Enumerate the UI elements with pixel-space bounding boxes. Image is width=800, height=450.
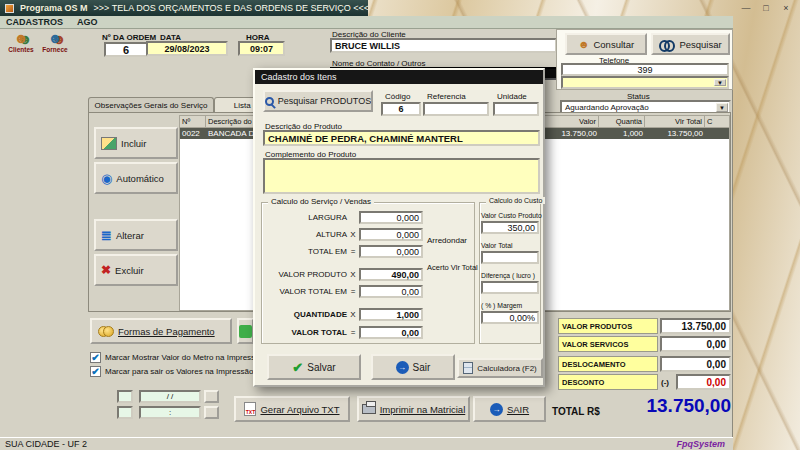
col-c[interactable]: C	[705, 116, 729, 128]
quantidade-field[interactable]: 1,000	[359, 308, 423, 321]
time-field[interactable]: :	[139, 406, 201, 419]
calculadora-button[interactable]: Calculadora (F2)	[457, 358, 543, 378]
time-flag-box[interactable]	[117, 406, 133, 419]
partial-hidden-button[interactable]	[237, 318, 254, 344]
clientes-icon: ☻	[14, 31, 29, 46]
col-quantia[interactable]: Quantia	[599, 116, 645, 128]
acerto-vlr-label[interactable]: Acerto Vlr Total	[427, 263, 478, 272]
telefone-field[interactable]: 399	[561, 63, 729, 76]
deslocamento-value: 0,00	[660, 356, 731, 372]
excluir-icon: ✖	[101, 264, 111, 276]
hora-field[interactable]: 09:07	[238, 41, 285, 56]
data-field[interactable]: 29/08/2023	[146, 41, 228, 56]
margem-label: ( % ) Margem	[481, 302, 522, 309]
time-picker-button[interactable]	[204, 406, 219, 419]
cliente-field[interactable]: BRUCE WILLIS	[330, 38, 557, 53]
unidade-label: Unidade	[497, 92, 527, 101]
fornecedores-icon: ☻	[48, 31, 63, 46]
pesquisar-produtos-button[interactable]: Pesquisar PRODUTOS	[263, 90, 373, 112]
automatico-icon: ◉	[101, 172, 112, 185]
menu-cadastros[interactable]: CADASTROS	[6, 17, 63, 27]
exit-arrow-icon	[490, 403, 503, 416]
salvar-button[interactable]: ✔ Salvar	[267, 354, 361, 380]
descricao-produto-field[interactable]: CHAMINÉ DE PEDRA, CHAMINÉ MANTERL	[263, 130, 540, 146]
status-bar: SUA CIDADE - UF 2 FpqSystem	[0, 437, 733, 450]
minimize-button[interactable]: —	[738, 2, 754, 14]
check-sair-valores[interactable]: Marcar para sair os Valores na Impressão	[90, 366, 253, 377]
imprimir-matricial-button[interactable]: Imprimir na Matricial	[357, 396, 470, 422]
incluir-icon	[101, 137, 117, 150]
total-em-field[interactable]: 0,000	[359, 245, 423, 258]
gerar-txt-button[interactable]: TXT Gerar Arquivo TXT	[234, 396, 350, 422]
calculo-servico-title: Calculo do Serviço / Vendas	[268, 197, 374, 206]
excluir-button[interactable]: ✖ Excluir	[94, 254, 178, 286]
exit-arrow-icon	[396, 361, 409, 374]
codigo-field[interactable]: 6	[381, 102, 421, 116]
window-titlebar: Programa OS M >>> TELA DOS ORÇAMENTOS E …	[0, 0, 800, 16]
contact-combo[interactable]: ▼	[561, 76, 729, 89]
formas-pagamento-button[interactable]: Formas de Pagamento	[90, 318, 232, 344]
valor-custo-produto-label: Valor Custo Produto	[481, 212, 542, 219]
calculo-custo-title: Calculo do Custo	[486, 197, 545, 204]
custo-valor-total-label: Valor Total	[481, 242, 513, 249]
consultar-icon: ☻	[578, 39, 590, 49]
modal-sair-button[interactable]: Sair	[371, 354, 455, 380]
margem-field[interactable]: 0,00%	[481, 311, 539, 324]
arredondar-label[interactable]: Arredondar	[427, 236, 467, 245]
col-vlr-total[interactable]: Vlr Total	[645, 116, 705, 128]
date-flag-box[interactable]	[117, 390, 133, 403]
valor-custo-produto-field[interactable]: 350,00	[481, 221, 539, 234]
menu-ago[interactable]: AGO	[77, 17, 98, 27]
binoculars-icon	[659, 40, 675, 49]
custo-valor-total-field[interactable]	[481, 251, 539, 264]
incluir-button[interactable]: Incluir	[94, 127, 178, 159]
titlebar-chip: Programa OS M >>> TELA DOS ORÇAMENTOS E …	[0, 0, 368, 16]
contact-panel: ☻ Consultar Pesquisar Telefone 399 ▼	[556, 29, 733, 90]
referencia-field[interactable]	[423, 102, 489, 116]
sair-button[interactable]: SAIR	[473, 396, 546, 422]
pesquisar-button[interactable]: Pesquisar	[651, 33, 730, 55]
total-em-label: TOTAL EM	[259, 247, 347, 256]
chevron-down-icon: ▼	[716, 103, 728, 112]
unidade-field[interactable]	[493, 102, 539, 116]
automatico-button[interactable]: ◉ Automático	[94, 162, 178, 194]
largura-field[interactable]: 0,000	[359, 211, 423, 224]
valor-produtos-label: VALOR PRODUTOS	[558, 318, 658, 334]
maximize-button[interactable]: □	[758, 2, 774, 14]
col-num[interactable]: Nº	[180, 116, 206, 128]
date-field[interactable]: / /	[139, 390, 201, 403]
valor-servicos-label: VALOR SERVICOS	[558, 336, 658, 352]
altura-label: ALTURA	[259, 230, 347, 239]
green-icon	[239, 325, 252, 338]
complemento-field[interactable]	[263, 158, 540, 194]
consultar-button[interactable]: ☻ Consultar	[565, 33, 647, 55]
valor-produto-field[interactable]: 490,00	[359, 268, 423, 281]
dialog-titlebar[interactable]: Cadastro dos Itens	[255, 70, 543, 84]
clientes-toolbar-button[interactable]: ☻ Clientes	[5, 31, 37, 58]
close-button[interactable]: ×	[778, 2, 794, 14]
check-mostrar-metro[interactable]: Marcar Mostrar Valor do Metro na Impress…	[90, 352, 264, 363]
diferenca-lucro-label: Diferença ( lucro )	[481, 272, 535, 279]
diferenca-lucro-field[interactable]	[481, 281, 539, 294]
col-valor[interactable]: Valor	[541, 116, 599, 128]
altura-field[interactable]: 0,000	[359, 228, 423, 241]
screen-title: >>> TELA DOS ORÇAMENTOS E DAS ORDENS DE …	[94, 3, 368, 13]
desktop: { "window": { "app_title": "Programa OS …	[0, 0, 800, 450]
ordem-value: 6	[104, 42, 148, 57]
valor-total-em-field[interactable]: 0,00	[359, 285, 423, 298]
date-picker-button[interactable]	[204, 390, 219, 403]
printer-icon	[362, 404, 376, 414]
deslocamento-label: DESLOCAMENTO	[558, 356, 658, 372]
check-icon: ✔	[292, 361, 303, 374]
fornecedores-toolbar-button[interactable]: ☻ Fornece	[39, 31, 71, 58]
alterar-button[interactable]: ≣ Alterar	[94, 219, 178, 251]
app-title: Programa OS M	[20, 3, 88, 13]
checkbox-checked-icon	[90, 366, 101, 377]
desconto-label: DESCONTO	[558, 374, 658, 390]
app-icon	[5, 4, 14, 13]
total-label: TOTAL R$	[552, 406, 600, 417]
valor-produtos-value: 13.750,00	[660, 318, 731, 334]
valor-total-field[interactable]: 0,00	[359, 326, 423, 339]
tab-observacoes[interactable]: Observações Gerais do Serviço	[88, 97, 214, 112]
cadastro-itens-dialog: Cadastro dos Itens Pesquisar PRODUTOS Có…	[253, 68, 545, 387]
